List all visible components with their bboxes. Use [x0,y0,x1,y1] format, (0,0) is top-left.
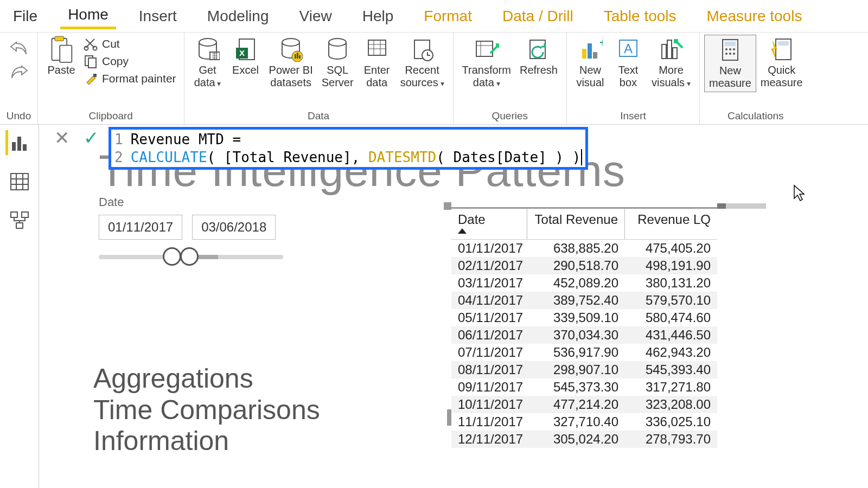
svg-point-8 [199,38,216,46]
formula-cancel-button[interactable]: ✕ [50,127,74,149]
pbi-datasets-button[interactable]: Power BI datasets [265,35,317,91]
visual-scrollbar[interactable] [717,203,766,209]
format-painter-button[interactable]: Format painter [84,72,176,86]
enter-data-button[interactable]: Enter data [358,35,396,91]
transform-data-button[interactable]: Transform data [458,35,515,91]
sql-server-button[interactable]: SQL Server [317,35,358,91]
table-row[interactable]: 07/11/2017536,917.90462,943.20 [451,344,717,361]
svg-rect-50 [22,212,28,217]
svg-rect-16 [297,53,298,59]
menu-measure-tools[interactable]: Measure tools [699,4,810,28]
ribbon-group-clipboard: Paste Cut Copy Format painter Clipboard [38,33,184,124]
header-total-revenue[interactable]: Total Revenue [527,209,625,239]
get-data-button[interactable]: Get data [189,35,227,91]
svg-rect-19 [368,40,386,55]
bookmark-time-comparisons[interactable]: Time Comparisons [93,395,320,426]
ribbon-group-undo: Undo [0,33,38,124]
table-row[interactable]: 01/11/2017638,885.20475,405.20 [451,240,717,257]
menu-table-tools[interactable]: Table tools [596,4,684,28]
slicer-handle-left[interactable] [163,247,181,266]
table-row[interactable]: 11/11/2017327,710.40336,025.10 [451,413,717,431]
recent-sources-label: Recent sources [400,64,444,89]
menu-format[interactable]: Format [416,4,480,28]
table-row[interactable]: 06/11/2017370,034.30431,446.50 [451,326,717,344]
redo-button[interactable] [5,60,33,84]
table-row[interactable]: 10/11/2017477,214.20323,208.00 [451,396,717,413]
excel-label: Excel [232,64,259,76]
new-visual-button[interactable]: + New visual [571,35,609,91]
svg-point-18 [329,38,346,46]
menu-modeling[interactable]: Modeling [200,4,277,28]
table-header-row: Date Total Revenue Revenue LQ [451,209,717,240]
svg-point-13 [282,38,299,46]
paste-button[interactable]: Paste [42,35,80,79]
date-slicer[interactable]: Date 01/11/2017 03/06/2018 [99,195,283,259]
visual-selection-handle[interactable] [447,409,451,426]
refresh-button[interactable]: Refresh [515,35,562,79]
ribbon-group-calculations: New measure Quick measure Calculations [700,33,812,124]
more-visuals-button[interactable]: More visuals [647,35,695,91]
svg-rect-15 [295,54,296,59]
table-visual[interactable]: Date Total Revenue Revenue LQ 01/11/2017… [451,207,717,448]
cell-date: 03/11/2017 [451,274,527,292]
undo-button[interactable] [5,36,33,60]
svg-rect-47 [23,144,27,151]
svg-rect-45 [12,142,16,151]
get-data-label: Get data [194,64,221,89]
model-view-button[interactable] [7,208,32,233]
table-row[interactable]: 04/11/2017389,752.40579,570.10 [451,292,717,309]
menu-file[interactable]: File [5,4,45,28]
table-row[interactable]: 05/11/2017339,509.10580,474.60 [451,309,717,326]
slicer-track[interactable] [99,255,283,259]
refresh-label: Refresh [520,64,558,76]
cell-date: 07/11/2017 [451,344,527,361]
svg-rect-27 [593,52,597,59]
quick-measure-button[interactable]: Quick measure [756,35,807,91]
menu-help[interactable]: Help [355,4,401,28]
recent-sources-button[interactable]: Recent sources [396,35,449,91]
slicer-handle-right[interactable] [180,247,199,266]
cut-label: Cut [102,37,120,50]
formula-commit-button[interactable]: ✓ [79,127,103,149]
svg-rect-44 [778,41,789,46]
new-measure-label: New measure [709,65,751,89]
svg-rect-25 [582,49,586,59]
excel-button[interactable]: X Excel [227,35,265,79]
cut-button[interactable]: Cut [84,37,176,51]
menu-home[interactable]: Home [60,3,116,29]
ribbon: Undo Paste Cut Copy Fo [0,33,868,125]
svg-text:A: A [624,41,633,56]
more-visuals-label: More visuals [652,64,691,89]
bookmark-information[interactable]: Information [93,426,320,457]
menu-insert[interactable]: Insert [131,4,184,28]
menu-view[interactable]: View [292,4,340,28]
sql-server-icon [325,37,350,62]
table-row[interactable]: 02/11/2017290,518.70498,191.90 [451,257,717,274]
table-row[interactable]: 03/11/2017452,089.20380,131.20 [451,274,717,292]
ribbon-group-label: Data [189,108,449,124]
svg-rect-46 [17,137,21,151]
cell-revenue-lq: 278,793.70 [625,431,717,448]
data-view-button[interactable] [7,169,32,194]
menu-data-drill[interactable]: Data / Drill [495,4,581,28]
scrollbar-thumb[interactable] [717,203,726,209]
copy-button[interactable]: Copy [84,54,176,68]
slicer-title: Date [99,195,283,209]
table-row[interactable]: 09/11/2017545,373.30317,271.80 [451,378,717,396]
slicer-date-to[interactable]: 03/06/2018 [192,215,276,240]
slicer-date-from[interactable]: 01/11/2017 [99,215,182,240]
visual-selection-handle[interactable] [444,202,451,210]
calculator-icon [718,37,743,62]
table-row[interactable]: 08/11/2017298,907.10545,393.40 [451,361,717,378]
text-box-button[interactable]: A Text box [609,35,647,91]
table-icon [10,172,29,191]
header-revenue-lq[interactable]: Revenue LQ [625,209,717,239]
header-date[interactable]: Date [451,209,527,239]
bookmark-aggregations[interactable]: Aggregations [93,363,320,395]
cell-date: 04/11/2017 [451,292,527,309]
quick-measure-icon [769,37,794,62]
new-measure-button[interactable]: New measure [704,35,756,92]
formula-editor[interactable]: 12 Revenue MTD =CALCULATE( [Total Revenu… [108,127,588,170]
table-row[interactable]: 12/11/2017305,024.20278,793.70 [451,431,717,448]
report-view-button[interactable] [5,130,30,155]
